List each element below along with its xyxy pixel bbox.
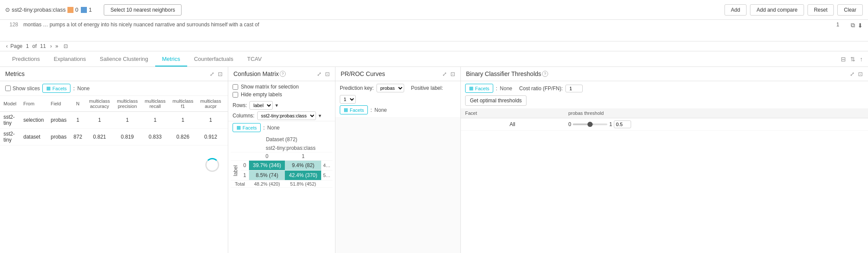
prroc-none-label: None (374, 107, 387, 113)
bc-threshold-cell: 0 1 (564, 118, 868, 131)
tab-salience-clustering[interactable]: Salience Clustering (93, 52, 155, 66)
cm-rows-select[interactable]: label (249, 101, 273, 110)
row0-precision: 1 (113, 112, 141, 129)
show-matrix-selection-label[interactable]: Show matrix for selection (233, 84, 331, 90)
cm-header-row: sst2-tiny:probas:class (231, 144, 332, 152)
prroc-positive-label-select[interactable]: 1 (340, 95, 356, 104)
bc-threshold-table: Facet probas threshold All 0 1 (461, 108, 868, 253)
fullscreen-icon[interactable]: ⤢ (210, 71, 214, 77)
bc-help-icon[interactable]: ? (542, 71, 548, 77)
prroc-facets-grid-icon: ▦ (344, 107, 348, 113)
metrics-panel: Metrics ⤢ ⊡ Show slices ▦ Facets : None (0, 67, 228, 253)
prev-page-arrow[interactable]: ‹ (5, 43, 9, 49)
prroc-prediction-key-select[interactable]: probas (377, 84, 404, 92)
row0-f1: 1 (169, 112, 197, 129)
last-page-arrow[interactable]: » (54, 43, 59, 49)
show-slices-checkbox[interactable] (5, 85, 11, 91)
col-auc: multiclassauc (225, 96, 228, 112)
bc-expand-icon[interactable]: ⊡ (858, 71, 863, 77)
tab-counterfactuals[interactable]: Counterfactuals (187, 52, 240, 66)
cm-cell-11: 42.4% (370) (285, 171, 321, 180)
show-slices-checkbox-label[interactable]: Show slices (5, 85, 40, 92)
tab-metrics[interactable]: Metrics (155, 52, 187, 66)
top-right-actions: Add Add and compare Reset Clear (724, 4, 863, 16)
preview-row: 128 montias … pumps a lot of energy into… (5, 21, 863, 29)
cm-total-label: Total (231, 180, 249, 188)
filter-icon[interactable]: ⇅ (850, 56, 855, 63)
row0-auc: - (225, 112, 228, 129)
row1-recall: 0.833 (141, 129, 169, 145)
next-page-arrow[interactable]: › (49, 43, 53, 49)
bc-threshold-input[interactable] (614, 120, 631, 128)
add-compare-button[interactable]: Add and compare (750, 4, 804, 16)
download-icon[interactable]: ⬇ (858, 22, 863, 29)
prroc-facets-button[interactable]: ▦ Facets (340, 105, 368, 114)
add-button[interactable]: Add (724, 4, 747, 16)
cm-row-0: 0 (241, 161, 249, 171)
row1-n: 872 (70, 129, 86, 145)
metrics-panel-icons: ⤢ ⊡ (210, 71, 223, 77)
sort-icon[interactable]: ↑ (860, 56, 863, 63)
expand-icon-2[interactable]: ⊡ (218, 71, 223, 77)
bc-facets-grid-icon: ▦ (469, 85, 473, 91)
prroc-positive-label-label: Positive label: (411, 85, 443, 91)
model-name: sst2-tiny:probas:class (12, 6, 66, 13)
bc-cost-ratio-input[interactable] (565, 85, 583, 92)
cm-col-1: 1 (285, 152, 321, 161)
cm-rows-label: Rows: (233, 102, 247, 108)
copy-icon[interactable]: ⧉ (851, 22, 855, 29)
clear-button[interactable]: Clear (837, 4, 863, 16)
page-label: Page (10, 43, 22, 49)
cm-data-row-1: 1 8.5% (74) 42.4% (370) 5… (231, 171, 332, 180)
metrics-panel-header: Metrics ⤢ ⊡ (0, 67, 228, 81)
confusion-matrix-panel: Confusion Matrix ? ⤢ ⊡ Show matrix for s… (228, 67, 335, 253)
bc-threshold-slider[interactable] (573, 123, 607, 125)
cm-dataset-title: Dataset (872) (231, 136, 332, 142)
page-settings-icon[interactable]: ⊡ (64, 43, 68, 49)
select-neighbors-button[interactable]: Select 10 nearest neighbors (104, 4, 181, 16)
tab-predictions[interactable]: Predictions (5, 52, 47, 66)
col-from: From (20, 96, 47, 112)
cm-row-label: label (231, 161, 241, 180)
metrics-table-container: Model From Field N multiclassaccuracy mu… (0, 96, 228, 253)
top-bar: ⊙ sst2-tiny:probas:class 0 1 Select 10 n… (0, 0, 868, 20)
expand-icon[interactable]: ⊟ (841, 56, 846, 63)
metrics-facets-button[interactable]: ▦ Facets (42, 84, 70, 93)
show-matrix-selection-checkbox[interactable] (233, 84, 238, 90)
hide-empty-labels-checkbox[interactable] (233, 92, 238, 98)
bc-col-facet: Facet (461, 108, 564, 118)
tab-tcav[interactable]: TCAV (240, 52, 269, 66)
cm-facets-button[interactable]: ▦ Facets (233, 123, 261, 132)
cm-data-row-0: label 0 39.7% (346) 9.4% (82) 4… (231, 161, 332, 171)
row1-from: dataset (20, 129, 47, 145)
bc-panel-header: Binary Classifier Thresholds ? ⤢ ⊡ (461, 67, 868, 81)
prroc-panel: PR/ROC Curves ⤢ ⊡ Prediction key: probas… (335, 67, 461, 253)
hide-empty-labels-label[interactable]: Hide empty labels (233, 92, 331, 98)
get-optimal-thresholds-button[interactable]: Get optimal thresholds (465, 95, 527, 106)
col-n: N (70, 96, 86, 112)
reset-button[interactable]: Reset (807, 4, 834, 16)
prroc-expand-icon[interactable]: ⊡ (450, 71, 455, 77)
row1-accuracy: 0.821 (86, 129, 113, 145)
cm-fullscreen-icon[interactable]: ⤢ (317, 71, 322, 77)
preview-row-num: 128 (5, 21, 18, 28)
bc-facets-button[interactable]: ▦ Facets (465, 84, 493, 93)
cm-col-nums-row: 0 1 (231, 152, 332, 161)
bc-threshold-min: 0 (568, 121, 571, 127)
cm-help-icon[interactable]: ? (280, 71, 286, 77)
row1-model: sst2-tiny (0, 129, 20, 145)
color-box-0 (67, 7, 73, 13)
cm-columns-select[interactable]: sst2-tiny:probas:class (257, 111, 316, 120)
tab-explanations[interactable]: Explanations (47, 52, 93, 66)
page-total: 11 (40, 43, 46, 49)
cm-expand-icon[interactable]: ⊡ (325, 71, 330, 77)
bc-fullscreen-icon[interactable]: ⤢ (850, 71, 855, 77)
bc-cost-ratio-label: Cost ratio (FP/FN): (519, 85, 563, 92)
cm-rows-dropdown-icon: ▾ (275, 102, 278, 108)
bc-col-threshold: probas threshold (564, 108, 868, 118)
prroc-fullscreen-icon[interactable]: ⤢ (442, 71, 447, 77)
bc-facets-cost-row: ▦ Facets : None Cost ratio (FP/FN): (465, 84, 864, 93)
row0-recall: 1 (141, 112, 169, 129)
bc-table-header-row: Facet probas threshold (461, 108, 868, 118)
color-box-1 (81, 7, 87, 13)
